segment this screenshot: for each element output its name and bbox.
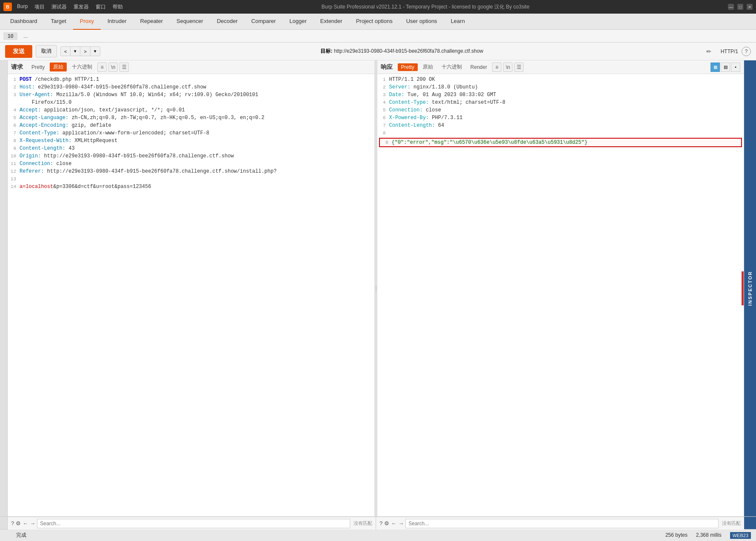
inspector-sidebar: INSPECTOR xyxy=(744,60,756,516)
search-input-right[interactable] xyxy=(405,519,719,528)
menu-help[interactable]: 帮助 xyxy=(113,3,123,11)
status-left: 完成 xyxy=(5,532,26,539)
response-menu-icon[interactable]: ☰ xyxy=(514,63,524,72)
response-line-9: 9 {"0":"error","msg":"\u6570\u636e\u5e93… xyxy=(379,138,742,147)
millis-label: 2,368 millis xyxy=(696,532,722,539)
response-line-8: 8 xyxy=(377,129,744,137)
request-menu-icon[interactable]: ☰ xyxy=(119,63,129,72)
search-forward-icon-right[interactable]: → xyxy=(398,520,404,527)
request-line-14: 14 a=localhost&p=3306&d=ctf&u=root&pass=… xyxy=(8,183,374,191)
request-panel-header: 请求 Pretty 原始 十六进制 ≡ \n ☰ xyxy=(8,60,374,74)
search-settings-icon-right[interactable]: ⚙ xyxy=(384,520,389,527)
response-line-4: 4 Content-Type: text/html; charset=UTF-8 xyxy=(377,99,744,106)
title-bar-left: B Burp 项目 测试器 重发器 窗口 帮助 xyxy=(3,3,123,11)
bytes-label: 256 bytes xyxy=(665,532,688,539)
tab-decoder[interactable]: Decoder xyxy=(210,14,244,30)
search-input-left[interactable] xyxy=(37,519,350,528)
request-line-12: 12 Referer: http://e29e3193-0980-434f-b9… xyxy=(8,168,374,175)
edit-target-icon[interactable]: ✏ xyxy=(704,48,714,55)
maximize-button[interactable]: □ xyxy=(737,4,743,10)
status-text: 完成 xyxy=(16,532,26,539)
search-forward-icon-left[interactable]: → xyxy=(30,520,35,527)
view-toggle: ▦ ▤ ▪ xyxy=(711,63,740,72)
target-prefix: 目标: xyxy=(320,48,334,54)
help-button[interactable]: ? xyxy=(742,47,751,56)
minimize-button[interactable]: — xyxy=(728,4,734,10)
app-title: Burp Suite Professional v2021.12.1 - Tem… xyxy=(321,3,529,11)
request-line-11: 11 Connection: close xyxy=(8,160,374,168)
request-tab-hex[interactable]: 十六进制 xyxy=(68,63,96,71)
tab-proxy[interactable]: Proxy xyxy=(73,14,101,30)
response-line-6: 6 X-Powered-By: PHP/7.3.11 xyxy=(377,114,744,122)
nav-right-button[interactable]: > xyxy=(80,47,90,56)
left-sidebar xyxy=(0,60,8,516)
view-horizontal-icon[interactable]: ▤ xyxy=(721,63,730,72)
nav-left-button[interactable]: < xyxy=(61,47,71,56)
view-single-icon[interactable]: ▪ xyxy=(731,63,740,72)
tab-user-options[interactable]: User options xyxy=(399,14,444,30)
response-tab-hex[interactable]: 十六进制 xyxy=(438,63,465,71)
web-tag: WEB23 xyxy=(730,532,751,539)
response-filter-icon[interactable]: ≡ xyxy=(492,63,501,72)
response-code-area: 1 HTTP/1.1 200 OK 2 Server: nginx/1.18.0… xyxy=(377,74,744,516)
nav-arrows: < ▾ > ▾ xyxy=(60,46,100,56)
send-button[interactable]: 发送 xyxy=(5,45,32,58)
search-settings-icon-left[interactable]: ⚙ xyxy=(16,520,21,527)
search-back-icon-right[interactable]: ← xyxy=(391,520,396,527)
tab-sequencer[interactable]: Sequencer xyxy=(170,14,210,30)
tab-extender[interactable]: Extender xyxy=(314,14,349,30)
view-split-icon[interactable]: ▦ xyxy=(711,63,720,72)
request-line-1: 1 POST /checkdb.php HTTP/1.1 xyxy=(8,76,374,83)
tab-logger[interactable]: Logger xyxy=(283,14,313,30)
response-line-3: 3 Date: Tue, 01 Aug 2023 08:33:02 GMT xyxy=(377,91,744,99)
response-line-1: 1 HTTP/1.1 200 OK xyxy=(377,76,744,83)
request-line-8: 8 X-Requested-With: XMLHttpRequest xyxy=(8,137,374,145)
nav-left-down-button[interactable]: ▾ xyxy=(71,47,80,56)
tab-intruder[interactable]: Intruder xyxy=(101,14,133,30)
response-tab-render[interactable]: Render xyxy=(467,63,490,71)
request-tab-pretty[interactable]: Pretty xyxy=(28,63,48,71)
search-help-icon-right[interactable]: ? xyxy=(379,520,382,527)
response-line-7: 7 Content-Length: 64 xyxy=(377,122,744,129)
close-button[interactable]: ✕ xyxy=(747,4,753,10)
request-line-2: 2 Host: e29e3193-0980-434f-b915-bee26f60… xyxy=(8,83,374,91)
response-panel-header: 响应 Pretty 原始 十六进制 Render ≡ \n ☰ ▦ ▤ ▪ xyxy=(377,60,744,74)
menu-project[interactable]: 项目 xyxy=(34,3,45,11)
response-tab-raw[interactable]: 原始 xyxy=(419,63,436,71)
bottom-search-left: ? ⚙ ← → 没有匹配 xyxy=(8,517,376,530)
request-code-area: 1 POST /checkdb.php HTTP/1.1 2 Host: e29… xyxy=(8,74,374,516)
response-line-2: 2 Server: nginx/1.18.0 (Ubuntu) xyxy=(377,83,744,91)
request-panel: 请求 Pretty 原始 十六进制 ≡ \n ☰ 1 POST /checkdb… xyxy=(8,60,375,516)
response-tab-pretty[interactable]: Pretty xyxy=(398,63,418,71)
title-bar-menu: Burp 项目 测试器 重发器 窗口 帮助 xyxy=(17,3,123,11)
response-right-indicator xyxy=(742,271,744,305)
request-tab-raw[interactable]: 原始 xyxy=(50,63,67,71)
menu-resender[interactable]: 重发器 xyxy=(74,3,89,11)
subtab-10[interactable]: 10 xyxy=(3,32,17,40)
request-line-3: 3 User-Agent: Mozilla/5.0 (Windows NT 10… xyxy=(8,91,374,99)
content-area: 请求 Pretty 原始 十六进制 ≡ \n ☰ 1 POST /checkdb… xyxy=(0,60,756,516)
bottom-search-area: ? ⚙ ← → 没有匹配 ? ⚙ ← → 没有匹配 xyxy=(0,516,756,529)
tab-repeater[interactable]: Repeater xyxy=(133,14,170,30)
request-ln-icon[interactable]: \n xyxy=(108,63,118,72)
tab-project-options[interactable]: Project options xyxy=(349,14,399,30)
request-line-4: 4 Accept: application/json, text/javascr… xyxy=(8,106,374,114)
response-label: 响应 xyxy=(381,63,393,71)
status-bar: 完成 256 bytes 2,368 millis WEB23 xyxy=(0,529,756,541)
search-back-icon-left[interactable]: ← xyxy=(23,520,28,527)
response-ln-icon[interactable]: \n xyxy=(503,63,512,72)
menu-window[interactable]: 窗口 xyxy=(96,3,106,11)
request-line-5: 5 Accept-Language: zh-CN,zh;q=0.8, zh-TW… xyxy=(8,114,374,122)
search-help-icon-left[interactable]: ? xyxy=(11,520,14,527)
tab-comparer[interactable]: Comparer xyxy=(244,14,283,30)
subtab-more[interactable]: ... xyxy=(19,32,32,40)
nav-right-down-button[interactable]: ▾ xyxy=(91,47,100,56)
menu-tester[interactable]: 测试器 xyxy=(51,3,67,11)
title-bar: B Burp 项目 测试器 重发器 窗口 帮助 Burp Suite Profe… xyxy=(0,0,756,14)
menu-burp[interactable]: Burp xyxy=(17,3,28,11)
request-filter-icon[interactable]: ≡ xyxy=(97,63,107,72)
tab-target[interactable]: Target xyxy=(44,14,73,30)
tab-dashboard[interactable]: Dashboard xyxy=(3,14,44,30)
cancel-button[interactable]: 取消 xyxy=(36,45,57,57)
tab-learn[interactable]: Learn xyxy=(444,14,472,30)
